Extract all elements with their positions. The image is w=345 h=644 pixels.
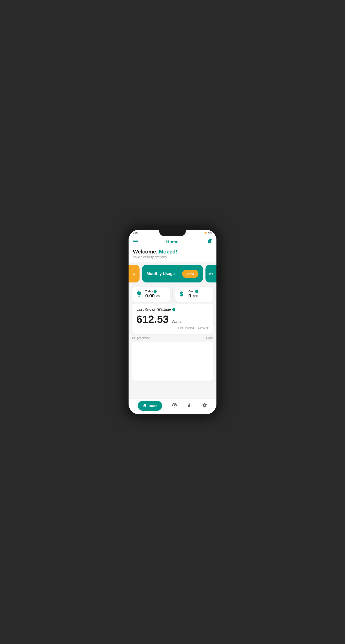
- stats-row: Today i 0.00 kW $: [129, 285, 216, 304]
- card-main-title: Monthly Usage: [147, 272, 175, 276]
- svg-rect-4: [138, 290, 139, 292]
- content-spacer: [129, 384, 216, 398]
- wattage-value: 612.53 Watts: [136, 313, 209, 325]
- bill-chart-area: [132, 342, 213, 381]
- welcome-subtitle: Save electricity everyday: [133, 255, 212, 259]
- cost-label: Cost i: [189, 290, 198, 293]
- wattage-info-badge[interactable]: i: [172, 308, 175, 311]
- card-prev: W: [129, 265, 140, 282]
- svg-line-10: [174, 404, 176, 405]
- today-value: 0.00 kW: [145, 293, 160, 299]
- nav-home-item[interactable]: Home: [138, 401, 162, 411]
- svg-point-3: [210, 239, 212, 241]
- wattage-updated: Last Updated: Last week: [136, 326, 209, 330]
- header-title: Home: [166, 240, 178, 244]
- card-next-label: We: [209, 272, 213, 275]
- cost-stat-info: Cost i 0 PKR: [189, 290, 198, 299]
- hamburger-menu-icon[interactable]: [133, 240, 138, 244]
- bill-section: Bill prediction Daily: [132, 336, 213, 381]
- svg-text:$: $: [180, 290, 183, 297]
- welcome-name: Moeed!: [159, 249, 177, 254]
- welcome-text: Welcome, Moeed!: [133, 249, 212, 255]
- dollar-icon: $: [179, 290, 186, 299]
- monthly-usage-card[interactable]: Monthly Usage View: [142, 265, 203, 282]
- today-stat-card: Today i 0.00 kW: [132, 287, 170, 302]
- home-icon: [143, 403, 147, 408]
- notch: [159, 230, 186, 236]
- speedometer-icon: [172, 402, 177, 409]
- app-content: Home Welcome, Moeed! Save electricity ev…: [129, 236, 216, 398]
- settings-icon: [202, 402, 207, 409]
- cost-info-badge[interactable]: i: [195, 290, 198, 293]
- phone-frame: 9:22 📶 28% Home: [126, 228, 219, 416]
- bill-header: Bill prediction Daily: [132, 336, 213, 340]
- today-label: Today i: [145, 290, 160, 293]
- phone-screen: 9:22 📶 28% Home: [129, 230, 216, 414]
- cost-stat-card: $ Cost i 0 PKR: [175, 287, 213, 302]
- wifi-icon: 📶: [204, 232, 207, 234]
- nav-home-label: Home: [149, 404, 157, 408]
- nav-settings-item[interactable]: [202, 402, 207, 409]
- card-next: We: [205, 265, 216, 282]
- svg-rect-1: [133, 241, 138, 242]
- battery-icon: 28%: [208, 232, 212, 234]
- cards-carousel: W Monthly Usage View We: [129, 262, 216, 285]
- app-header: Home: [129, 236, 216, 247]
- view-button[interactable]: View: [182, 270, 198, 278]
- wattage-unit: Watts: [172, 319, 182, 324]
- cost-value: 0 PKR: [189, 293, 198, 299]
- nav-chart-item[interactable]: [187, 402, 192, 409]
- welcome-section: Welcome, Moeed! Save electricity everyda…: [129, 247, 216, 262]
- svg-rect-7: [138, 296, 140, 297]
- bar-chart-icon: [187, 402, 192, 409]
- wattage-card: Last Known Wattage i 612.53 Watts Last U…: [132, 304, 213, 334]
- welcome-greeting: Welcome,: [133, 249, 159, 254]
- svg-rect-5: [140, 290, 140, 292]
- bill-prediction-label: Bill prediction: [132, 336, 150, 340]
- today-stat-info: Today i 0.00 kW: [145, 290, 160, 299]
- plug-icon: [136, 290, 143, 299]
- today-info-badge[interactable]: i: [154, 290, 157, 293]
- status-icons: 📶 28%: [204, 232, 212, 234]
- svg-rect-0: [133, 240, 138, 240]
- wattage-title: Last Known Wattage i: [136, 308, 209, 312]
- bill-period-label: Daily: [206, 336, 213, 340]
- bottom-nav: Home: [129, 398, 216, 414]
- bell-icon[interactable]: [207, 238, 212, 245]
- status-time: 9:22: [133, 232, 138, 234]
- svg-rect-2: [133, 243, 138, 243]
- card-prev-label: W: [133, 272, 135, 275]
- nav-speedometer-item[interactable]: [172, 402, 177, 409]
